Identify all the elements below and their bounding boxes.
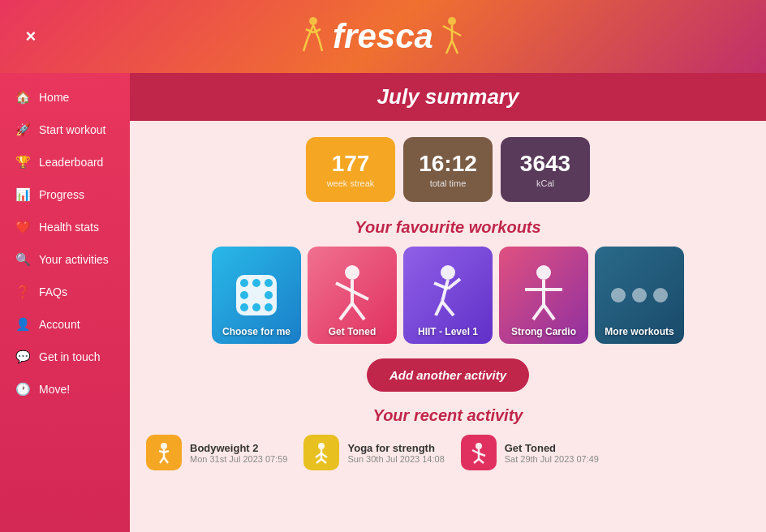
stat-kcal: 3643 kCal bbox=[501, 137, 590, 202]
hiit-figure-icon bbox=[420, 263, 476, 328]
svg-line-33 bbox=[448, 279, 460, 289]
recent-icon-bodyweight bbox=[146, 435, 182, 470]
bodyweight-icon bbox=[153, 441, 175, 464]
heart-icon: ❤️ bbox=[15, 219, 31, 235]
workout-label-get-toned: Get Toned bbox=[325, 323, 379, 344]
recent-item-0: Bodyweight 2 Mon 31st Jul 2023 07:59 bbox=[146, 435, 287, 470]
svg-line-37 bbox=[544, 305, 554, 320]
logo-text: fresca bbox=[333, 17, 433, 56]
workout-card-choose[interactable]: Choose for me bbox=[212, 247, 301, 344]
sidebar-item-start-workout[interactable]: 🚀 Start workout bbox=[0, 114, 130, 146]
sidebar-label-account: Account bbox=[39, 318, 80, 331]
main-content: July summary 177 week streak 16:12 total… bbox=[130, 73, 766, 532]
chart-icon: 📊 bbox=[15, 187, 31, 203]
sidebar-label-health-stats: Health stats bbox=[39, 221, 99, 234]
logo-figure-right bbox=[438, 15, 467, 59]
stat-total-time-label: total time bbox=[430, 178, 467, 188]
summary-title: July summary bbox=[377, 84, 519, 109]
stat-kcal-value: 3643 bbox=[520, 151, 570, 177]
recent-icon-yoga bbox=[303, 435, 339, 470]
recent-name-1: Yoga for strength bbox=[347, 442, 444, 454]
workout-card-hiit[interactable]: HIIT - Level 1 bbox=[403, 247, 493, 344]
add-activity-button[interactable]: Add another activity bbox=[367, 358, 529, 392]
workout-card-strong-cardio[interactable]: Strong Cardio bbox=[499, 247, 588, 344]
sidebar-item-get-in-touch[interactable]: 💬 Get in touch bbox=[0, 341, 130, 373]
sidebar-label-your-activities: Your activities bbox=[39, 253, 109, 266]
sidebar-item-leaderboard[interactable]: 🏆 Leaderboard bbox=[0, 146, 130, 178]
svg-line-56 bbox=[474, 459, 479, 463]
svg-point-7 bbox=[448, 17, 456, 25]
sidebar-item-account[interactable]: 👤 Account bbox=[0, 308, 130, 341]
svg-line-57 bbox=[479, 459, 484, 463]
question-icon: ❓ bbox=[15, 284, 31, 300]
dot-3 bbox=[653, 288, 668, 302]
trophy-icon: 🏆 bbox=[15, 154, 31, 170]
strong-figure-icon bbox=[515, 263, 572, 328]
svg-line-45 bbox=[164, 457, 168, 463]
workout-card-get-toned[interactable]: Get Toned bbox=[308, 247, 397, 344]
svg-point-22 bbox=[345, 265, 359, 280]
sidebar-item-move[interactable]: 🕐 Move! bbox=[0, 373, 130, 405]
chat-icon: 💬 bbox=[15, 349, 31, 365]
svg-line-10 bbox=[452, 41, 458, 54]
svg-point-40 bbox=[161, 443, 167, 449]
stat-week-streak-value: 177 bbox=[332, 151, 370, 177]
svg-point-52 bbox=[476, 443, 482, 449]
close-button[interactable]: × bbox=[16, 22, 45, 51]
yoga-icon bbox=[310, 441, 333, 464]
sidebar-item-progress[interactable]: 📊 Progress bbox=[0, 178, 130, 211]
svg-point-19 bbox=[240, 303, 248, 311]
recent-info-0: Bodyweight 2 Mon 31st Jul 2023 07:59 bbox=[190, 442, 287, 464]
sidebar-item-home[interactable]: 🏠 Home bbox=[0, 81, 130, 114]
recent-date-2: Sat 29th Jul 2023 07:49 bbox=[505, 454, 599, 464]
get-toned-icon bbox=[467, 441, 490, 464]
recent-icon-get-toned bbox=[461, 435, 497, 470]
recent-item-2: Get Toned Sat 29th Jul 2023 07:49 bbox=[461, 435, 599, 470]
workout-label-more: More workouts bbox=[601, 323, 677, 344]
recent-name-0: Bodyweight 2 bbox=[190, 442, 287, 454]
svg-point-20 bbox=[252, 303, 260, 311]
svg-point-46 bbox=[318, 443, 325, 449]
toned-figure-icon bbox=[324, 263, 381, 328]
recent-item-1: Yoga for strength Sun 30th Jul 2023 14:0… bbox=[303, 435, 444, 470]
svg-point-17 bbox=[240, 291, 248, 299]
sidebar-item-health-stats[interactable]: ❤️ Health stats bbox=[0, 211, 130, 243]
dot-2 bbox=[632, 288, 647, 302]
search-icon: 🔍 bbox=[15, 251, 31, 268]
svg-line-25 bbox=[340, 303, 352, 320]
sidebar-item-faqs[interactable]: ❓ FAQs bbox=[0, 276, 130, 308]
workout-card-more[interactable]: More workouts bbox=[595, 247, 684, 344]
svg-line-27 bbox=[352, 291, 368, 299]
recent-activity-row: Bodyweight 2 Mon 31st Jul 2023 07:59 Yog… bbox=[130, 435, 766, 487]
clock-icon: 🕐 bbox=[15, 381, 31, 397]
svg-line-4 bbox=[319, 39, 322, 51]
sidebar-label-start-workout: Start workout bbox=[39, 123, 105, 136]
stat-total-time-value: 16:12 bbox=[419, 151, 477, 177]
recent-date-0: Mon 31st Jul 2023 07:59 bbox=[190, 454, 287, 464]
workout-label-hiit: HIIT - Level 1 bbox=[415, 323, 481, 344]
svg-line-31 bbox=[442, 302, 454, 315]
svg-point-34 bbox=[536, 265, 551, 280]
svg-line-26 bbox=[352, 303, 364, 320]
svg-point-18 bbox=[265, 291, 273, 299]
svg-line-51 bbox=[321, 459, 326, 463]
sidebar-label-leaderboard: Leaderboard bbox=[39, 156, 103, 169]
sidebar-item-your-activities[interactable]: 🔍 Your activities bbox=[0, 243, 130, 276]
person-icon: 👤 bbox=[15, 316, 31, 332]
svg-line-50 bbox=[316, 459, 321, 463]
sidebar-label-move: Move! bbox=[39, 383, 70, 396]
workouts-row: Choose for me Get Toned bbox=[130, 247, 766, 344]
svg-line-12 bbox=[452, 31, 461, 36]
home-icon: 🏠 bbox=[15, 89, 31, 105]
dice-icon bbox=[232, 271, 281, 320]
favourite-workouts-title: Your favourite workouts bbox=[130, 218, 766, 237]
svg-point-21 bbox=[265, 303, 273, 311]
svg-line-11 bbox=[443, 26, 452, 31]
header: × fresca bbox=[0, 0, 766, 73]
svg-point-16 bbox=[265, 279, 273, 287]
sidebar: 🏠 Home 🚀 Start workout 🏆 Leaderboard 📊 P… bbox=[0, 73, 130, 532]
logo-figure-left bbox=[299, 15, 328, 59]
sidebar-label-home: Home bbox=[39, 91, 69, 104]
sidebar-label-get-in-touch: Get in touch bbox=[39, 350, 101, 363]
stat-kcal-label: kCal bbox=[536, 178, 554, 188]
